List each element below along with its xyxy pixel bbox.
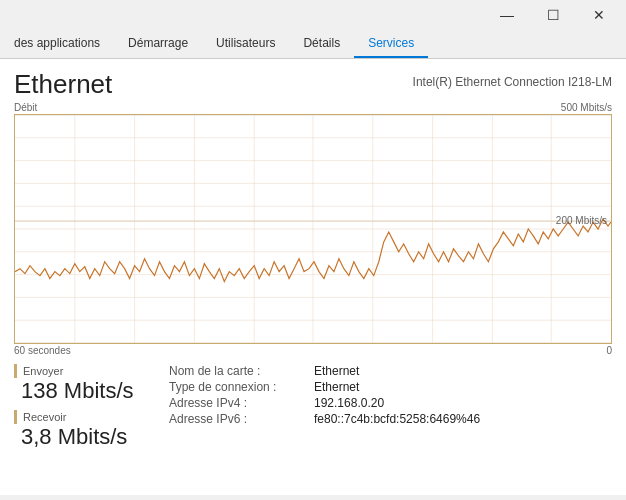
details-row: Nom de la carte :Ethernet (169, 364, 612, 378)
maximize-button[interactable]: ☐ (530, 0, 576, 30)
nav-item-applications[interactable]: des applications (0, 30, 114, 58)
details-key: Adresse IPv6 : (169, 412, 314, 426)
details-value: fe80::7c4b:bcfd:5258:6469%46 (314, 412, 480, 426)
chart-bottom-labels: 60 secondes 0 (14, 345, 612, 356)
chart-time-label: 60 secondes (14, 345, 71, 356)
title-bar: — ☐ ✕ (0, 0, 626, 30)
send-value: 138 Mbits/s (14, 378, 159, 404)
chart-label-max: 500 Mbits/s (561, 102, 612, 113)
nav-bar: des applications Démarrage Utilisateurs … (0, 30, 626, 59)
nav-item-utilisateurs[interactable]: Utilisateurs (202, 30, 289, 58)
nav-item-details[interactable]: Détails (289, 30, 354, 58)
details-value: 192.168.0.20 (314, 396, 384, 410)
chart-meta: Débit 500 Mbits/s (14, 102, 612, 113)
details-key: Adresse IPv4 : (169, 396, 314, 410)
details-table: Nom de la carte :EthernetType de connexi… (169, 364, 612, 450)
adapter-name: Intel(R) Ethernet Connection I218-LM (413, 69, 612, 89)
chart-svg (15, 115, 611, 343)
details-row: Type de connexion :Ethernet (169, 380, 612, 394)
main-content: Ethernet Intel(R) Ethernet Connection I2… (0, 59, 626, 495)
header-row: Ethernet Intel(R) Ethernet Connection I2… (14, 69, 612, 100)
details-row: Adresse IPv4 :192.168.0.20 (169, 396, 612, 410)
details-value: Ethernet (314, 364, 359, 378)
details-key: Nom de la carte : (169, 364, 314, 378)
details-row: Adresse IPv6 :fe80::7c4b:bcfd:5258:6469%… (169, 412, 612, 426)
send-label: Envoyer (14, 364, 159, 378)
chart-section: Débit 500 Mbits/s (14, 102, 612, 356)
chart-container: 200 Mbits/s (14, 114, 612, 344)
recv-value: 3,8 Mbits/s (14, 424, 159, 450)
minimize-button[interactable]: — (484, 0, 530, 30)
close-button[interactable]: ✕ (576, 0, 622, 30)
nav-item-services[interactable]: Services (354, 30, 428, 58)
stats-section: Envoyer 138 Mbits/s Recevoir 3,8 Mbits/s… (14, 364, 612, 450)
nav-item-demarrage[interactable]: Démarrage (114, 30, 202, 58)
details-key: Type de connexion : (169, 380, 314, 394)
chart-label-debit: Débit (14, 102, 37, 113)
details-value: Ethernet (314, 380, 359, 394)
chart-label-200: 200 Mbits/s (556, 215, 607, 226)
chart-zero-label: 0 (606, 345, 612, 356)
send-stat-block: Envoyer 138 Mbits/s Recevoir 3,8 Mbits/s (14, 364, 159, 450)
page-title: Ethernet (14, 69, 112, 100)
recv-label: Recevoir (14, 410, 159, 424)
